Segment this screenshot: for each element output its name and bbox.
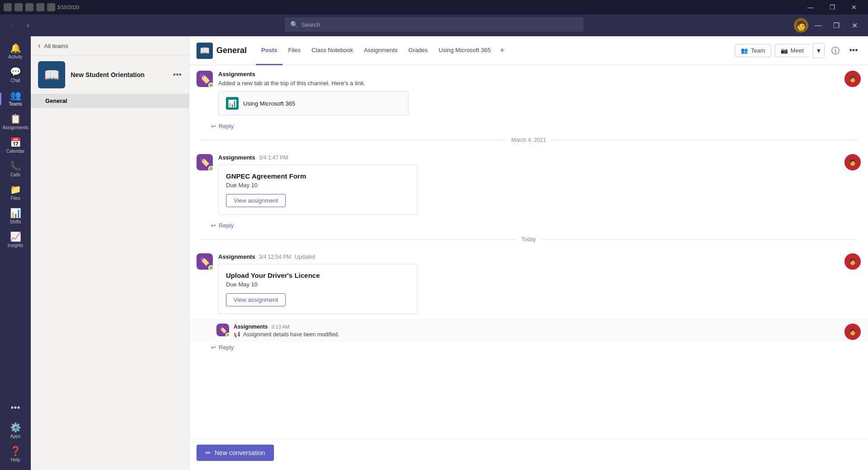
sidebar-item-files[interactable]: 📁 Files <box>0 181 31 205</box>
app-icon-4 <box>36 3 44 11</box>
app-icons <box>4 3 55 11</box>
help-label: Help <box>11 457 20 463</box>
team-logo: 📖 <box>38 61 65 88</box>
apps-label: Apps <box>10 434 21 439</box>
channel-tabs: Posts Files Class Notebook Assignments G… <box>256 36 731 65</box>
new-conversation-button[interactable]: ✏ New conversation <box>197 445 274 461</box>
reply-button-2[interactable]: ↩ Reply <box>211 342 868 353</box>
tab-posts[interactable]: Posts <box>256 36 283 65</box>
app-icon-3 <box>25 3 34 11</box>
reply-arrow-icon-2: ↩ <box>211 344 216 351</box>
messages-area[interactable]: 🏷️ Assignments Added a new tab at the to… <box>189 65 868 439</box>
camera-icon: 📷 <box>781 47 788 54</box>
meet-chevron-button[interactable]: ▾ <box>813 43 825 58</box>
sidebar-item-shifts[interactable]: 📊 Shifts <box>0 205 31 228</box>
assignment-due-2: Due May 10 <box>226 281 410 288</box>
channel-item-general[interactable]: General <box>31 94 189 108</box>
sub-avatar-1: 🏷️ <box>216 324 229 336</box>
view-assignment-button-1[interactable]: View assignment <box>226 194 286 207</box>
search-input[interactable] <box>302 21 578 28</box>
tab-assignments[interactable]: Assignments <box>359 36 403 65</box>
forward-button[interactable]: › <box>22 19 34 32</box>
message-text-intro: Added a new tab at the top of this chann… <box>218 79 861 87</box>
team-button[interactable]: 👥 Team <box>735 44 771 57</box>
tab-grades[interactable]: Grades <box>403 36 433 65</box>
sub-message-1: 🏷️ Assignments 9:13 AM 📢 Assignment deta… <box>189 320 868 342</box>
team-name: New Student Orientation <box>71 71 168 78</box>
message-header-intro: Assignments <box>218 71 861 78</box>
message-content-assignment-1: Assignments 3/4 1:47 PM GNPEC Agreement … <box>218 154 861 215</box>
message-sender-1: Assignments <box>218 154 255 161</box>
channel-header: 📖 General Posts Files Class Notebook Ass… <box>189 36 868 65</box>
sidebar-item-apps[interactable]: ⚙️ Apps <box>0 419 31 443</box>
info-button[interactable]: ⓘ <box>828 44 843 58</box>
sidebar-item-teams[interactable]: 👥 Teams <box>0 87 31 111</box>
message-content-assignment-2: Assignments 3/4 12:54 PM Updated Upload … <box>218 253 861 314</box>
app-icon-2 <box>14 3 23 11</box>
calls-icon: 📞 <box>10 161 21 170</box>
assignments-avatar-intro: 🏷️ <box>197 71 213 87</box>
info-icon: ⓘ <box>831 45 839 56</box>
message-sender-intro: Assignments <box>218 71 255 78</box>
sidebar-item-calendar[interactable]: 📅 Calendar <box>0 134 31 158</box>
reply-arrow-icon: ↩ <box>211 123 216 130</box>
restore-window-button[interactable]: ❐ <box>828 17 844 34</box>
message-group-assignment-1: 🏷️ Assignments 3/4 1:47 PM GNPEC Agreeme… <box>189 149 868 220</box>
app-body: 🔔 Activity 💬 Chat 👥 Teams 📋 Assignments … <box>0 36 868 470</box>
more-options-button[interactable]: ••• <box>846 44 861 58</box>
sidebar-item-assignments[interactable]: 📋 Assignments <box>0 111 31 134</box>
team-item[interactable]: 📖 New Student Orientation ••• <box>31 56 189 94</box>
message-time-1: 3/4 1:47 PM <box>259 155 288 161</box>
close-window-button[interactable]: ✕ <box>846 17 863 34</box>
message-group-intro: 🏷️ Assignments Added a new tab at the to… <box>189 65 868 121</box>
all-teams-label: All teams <box>44 43 68 49</box>
calendar-icon: 📅 <box>10 138 21 147</box>
team-more-button[interactable]: ••• <box>173 70 182 80</box>
tab-using-microsoft365[interactable]: Using Microsoft 365 <box>433 36 496 65</box>
tab-class-notebook[interactable]: Class Notebook <box>306 36 359 65</box>
meet-button[interactable]: 📷 Meet <box>775 44 809 57</box>
sidebar-item-activity[interactable]: 🔔 Activity <box>0 40 31 63</box>
reply-button-1[interactable]: ↩ Reply <box>211 220 868 231</box>
bottom-spacer <box>189 353 868 389</box>
user-avatar-red-1: 🧑 <box>844 154 861 170</box>
back-button[interactable]: ‹ <box>5 19 18 32</box>
restore-button[interactable]: ❐ <box>822 0 843 15</box>
online-badge <box>208 82 214 88</box>
chat-icon: 💬 <box>10 67 21 76</box>
close-button[interactable]: ✕ <box>844 0 864 15</box>
assignments-icon: 📋 <box>10 114 21 123</box>
sidebar-item-chat[interactable]: 💬 Chat <box>0 63 31 87</box>
view-assignment-button-2[interactable]: View assignment <box>226 293 286 306</box>
help-icon: ❓ <box>10 446 21 455</box>
teams-icon: 👥 <box>10 91 21 100</box>
user-avatar-top[interactable]: 🧑 <box>794 18 808 33</box>
sub-message-sender: Assignments <box>234 324 268 330</box>
channel-label: General <box>45 97 67 104</box>
online-badge-2 <box>208 265 214 271</box>
message-header-2: Assignments 3/4 12:54 PM Updated <box>218 253 861 260</box>
date-divider-text-1: March 4, 2021 <box>511 137 546 143</box>
minimize-window-button[interactable]: — <box>810 17 826 34</box>
nav-more-button[interactable]: ••• <box>0 399 31 416</box>
user-avatar-red-sub: 🧑 <box>844 324 861 340</box>
add-tab-button[interactable]: + <box>496 36 508 65</box>
sidebar-item-help[interactable]: ❓ Help <box>0 443 31 466</box>
assignment-card-2: Upload Your Driver's Licence Due May 10 … <box>218 264 417 314</box>
new-conversation-area: ✏ New conversation <box>189 439 868 470</box>
assignment-card-1: GNPEC Agreement Form Due May 10 View ass… <box>218 165 417 215</box>
tab-files[interactable]: Files <box>283 36 306 65</box>
all-teams-button[interactable]: ‹ All teams <box>31 36 189 56</box>
search-container: 🔍 <box>285 17 584 32</box>
sidebar-item-insights[interactable]: 📈 Insights <box>0 228 31 252</box>
minimize-button[interactable]: — <box>800 0 821 15</box>
activity-label: Activity <box>8 54 23 60</box>
tab-card-name: Using Microsoft 365 <box>243 100 295 107</box>
sidebar-item-calls[interactable]: 📞 Calls <box>0 158 31 181</box>
team-logo-icon: 📖 <box>44 68 60 82</box>
divider-line-right-1 <box>551 140 857 141</box>
tab-card-microsoft365[interactable]: 📊 Using Microsoft 365 <box>218 91 408 116</box>
reply-button-intro[interactable]: ↩ Reply <box>211 121 868 131</box>
right-avatar-sub: 🧑 <box>844 324 861 340</box>
divider-line-right-today <box>542 239 857 240</box>
